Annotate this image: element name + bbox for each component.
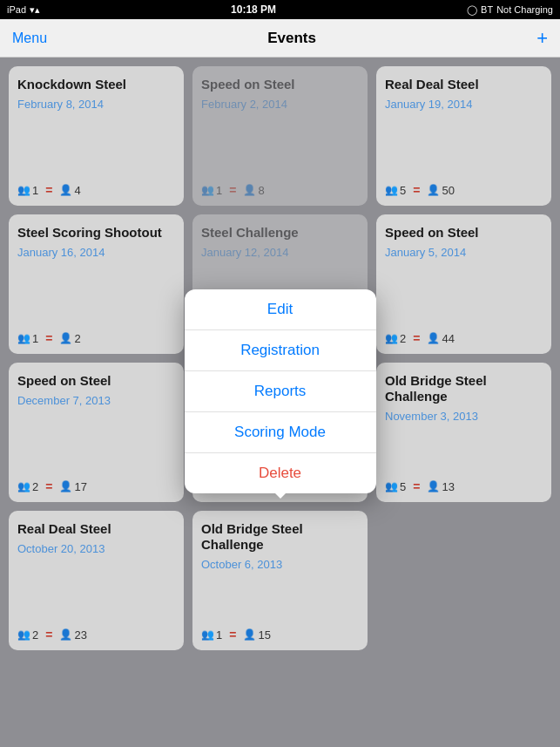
popover-menu: EditRegistrationReportsScoring ModeDelet… xyxy=(185,289,376,493)
popover-overlay: EditRegistrationReportsScoring ModeDelet… xyxy=(0,0,560,747)
popover-item-delete[interactable]: Delete xyxy=(185,453,376,493)
popover-item-scoring-mode[interactable]: Scoring Mode xyxy=(185,412,376,453)
popover-item-edit[interactable]: Edit xyxy=(185,289,376,330)
popover-item-registration[interactable]: Registration xyxy=(185,330,376,371)
popover-item-reports[interactable]: Reports xyxy=(185,371,376,412)
